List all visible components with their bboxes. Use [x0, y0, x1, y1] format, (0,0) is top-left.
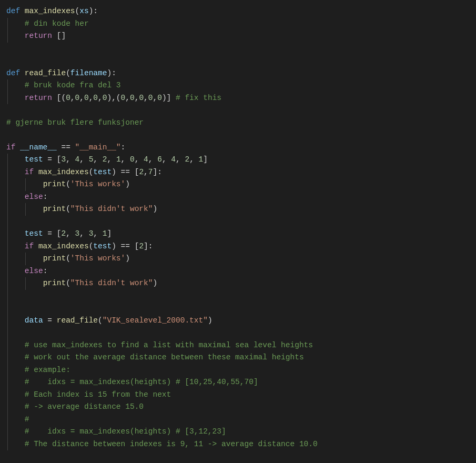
code-token: else: [25, 267, 43, 275]
code-token: ]: [203, 155, 208, 164]
indent-guide: [7, 302, 8, 315]
indent-guide: [7, 426, 8, 438]
code-token: max_indexes: [38, 168, 89, 176]
code-token: # Each index is 15 from the next: [25, 390, 171, 399]
code-token: max_indexes: [25, 7, 75, 15]
code-token: def: [6, 69, 20, 77]
code-line[interactable]: [6, 129, 476, 142]
code-line[interactable]: print('This works'): [6, 253, 476, 265]
code-token: ): [125, 254, 130, 263]
code-token: test: [93, 168, 112, 176]
code-line[interactable]: # use max_indexes to find a list with ma…: [6, 339, 476, 352]
code-line[interactable]: # The distance between indexes is 9, 11 …: [6, 438, 476, 451]
code-line[interactable]: else:: [6, 191, 476, 204]
code-token: = [: [43, 229, 62, 238]
code-token: print: [43, 279, 66, 287]
code-token: read_file: [25, 69, 66, 77]
indent-guide: [7, 265, 8, 278]
indent-guide: [7, 339, 8, 352]
indent-guide: [7, 414, 8, 426]
code-token: 0: [75, 94, 80, 102]
code-token: ,: [125, 94, 130, 102]
code-token: 0: [130, 155, 135, 164]
code-line[interactable]: test = [3, 4, 5, 2, 1, 0, 4, 6, 4, 2, 1]: [6, 154, 476, 166]
code-line[interactable]: return []: [6, 30, 476, 43]
code-token: ,: [66, 229, 75, 238]
code-token: 3: [61, 155, 66, 164]
code-line[interactable]: [6, 55, 476, 67]
code-line[interactable]: # example:: [6, 364, 476, 377]
indent-guide: [25, 203, 26, 216]
code-token: ]: [107, 229, 112, 238]
code-token: # bruk kode fra del 3: [25, 81, 121, 89]
code-token: 4: [144, 155, 148, 164]
code-token: 0: [130, 94, 135, 102]
code-token: # idxs = max_indexes(heights) # [3,12,23…: [25, 427, 226, 436]
code-token: = [: [43, 155, 62, 164]
code-token: ,: [98, 94, 103, 102]
code-line[interactable]: # gjerne bruk flere funksjoner: [6, 117, 476, 129]
code-token: []: [52, 32, 66, 40]
code-token: 4: [75, 155, 80, 164]
code-line[interactable]: # idxs = max_indexes(heights) # [3,12,23…: [6, 426, 476, 438]
code-token: "VIK_sealevel_2000.txt": [103, 316, 208, 325]
code-token: ): [208, 316, 212, 325]
code-line[interactable]: [6, 43, 476, 55]
code-token: ,: [144, 168, 148, 176]
indent-guide: [7, 277, 8, 290]
code-token: [34, 168, 38, 176]
code-line[interactable]: [6, 216, 476, 228]
code-line[interactable]: [6, 104, 476, 117]
indent-guide: [7, 178, 8, 191]
code-token: ,: [93, 229, 102, 238]
code-editor[interactable]: def max_indexes(xs): # din kode her retu…: [6, 5, 476, 450]
indent-guide: [7, 166, 8, 179]
code-line[interactable]: [6, 327, 476, 339]
indent-guide: [7, 92, 8, 105]
code-line[interactable]: # bruk kode fra del 3: [6, 79, 476, 92]
code-line[interactable]: if max_indexes(test) == [2]:: [6, 240, 476, 253]
code-line[interactable]: print("This didn't work"): [6, 203, 476, 216]
indent-guide: [7, 191, 8, 204]
code-line[interactable]: if __name__ == "__main__":: [6, 142, 476, 154]
code-token: 'This works': [70, 180, 125, 188]
indent-guide: [7, 18, 8, 31]
code-line[interactable]: test = [2, 3, 3, 1]: [6, 228, 476, 240]
code-line[interactable]: [6, 302, 476, 315]
code-token: # example:: [25, 366, 70, 374]
code-line[interactable]: # work out the average distance between …: [6, 351, 476, 364]
code-line[interactable]: print("This didn't work"): [6, 277, 476, 290]
code-token: "__main__": [75, 143, 121, 152]
code-line[interactable]: data = read_file("VIK_sealevel_2000.txt"…: [6, 315, 476, 327]
code-line[interactable]: print('This works'): [6, 178, 476, 191]
code-token: test: [25, 229, 43, 238]
indent-guide: [7, 290, 8, 303]
indent-guide: [7, 154, 8, 166]
code-token: ,: [93, 155, 102, 164]
code-token: :: [121, 143, 126, 152]
code-line[interactable]: if max_indexes(test) == [2,7]:: [6, 166, 476, 179]
code-line[interactable]: def max_indexes(xs):: [6, 5, 476, 18]
code-line[interactable]: # idxs = max_indexes(heights) # [10,25,4…: [6, 376, 476, 389]
code-line[interactable]: def read_file(filename):: [6, 67, 476, 80]
code-line[interactable]: #: [6, 414, 476, 426]
code-line[interactable]: # din kode her: [6, 18, 476, 31]
code-token: (: [75, 7, 80, 15]
code-token: print: [43, 180, 66, 188]
code-token: )]: [162, 94, 176, 102]
code-line[interactable]: # -> average distance 15.0: [6, 401, 476, 414]
code-token: max_indexes: [38, 242, 89, 250]
code-token: ,: [135, 155, 144, 164]
code-token: 3: [75, 229, 80, 238]
code-token: ,: [162, 155, 171, 164]
code-token: ,: [144, 94, 148, 102]
code-line[interactable]: return [(0,0,0,0,0),(0,0,0,0,0)] # fix t…: [6, 92, 476, 105]
code-token: ):: [107, 69, 116, 77]
code-line[interactable]: # Each index is 15 from the next: [6, 389, 476, 401]
code-token: 0: [93, 94, 98, 102]
code-token: 2: [185, 155, 189, 164]
code-line[interactable]: else:: [6, 265, 476, 278]
code-token: (: [66, 279, 70, 287]
code-line[interactable]: [6, 290, 476, 303]
indent-guide: [7, 228, 8, 240]
